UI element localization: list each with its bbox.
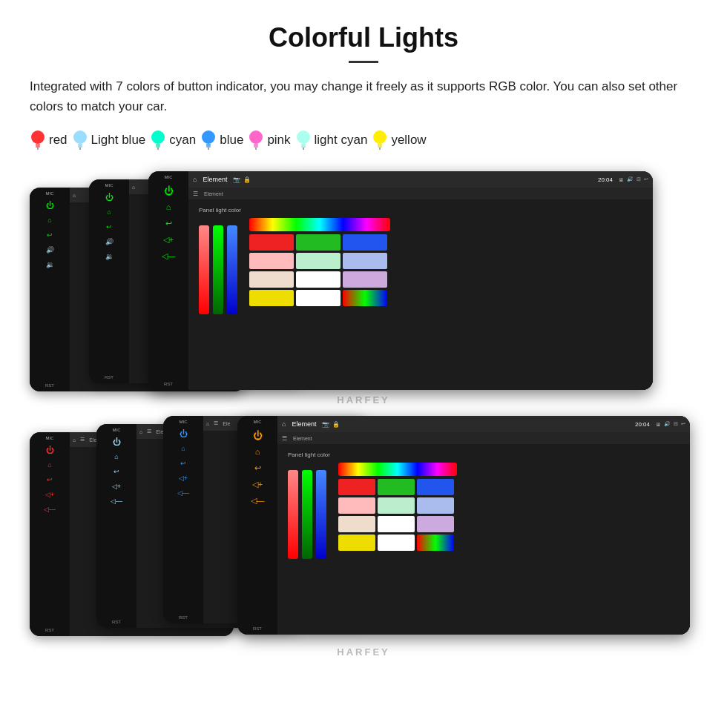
bar-red — [199, 225, 209, 314]
color-item-blue: blue — [200, 130, 243, 150]
back-icon-r4: ↩ — [249, 460, 266, 476]
volup-icon-2: 🔊 — [102, 234, 116, 249]
home-icon-r4: ⌂ — [249, 443, 266, 460]
spectrum-bar-r4 — [338, 463, 457, 476]
mic-label-r3: MIC — [180, 420, 188, 424]
power-icon-r3: ⏻ — [176, 426, 191, 441]
bar-blue-r4 — [316, 470, 326, 559]
bar-red-r4 — [288, 470, 298, 559]
color-item-pink: pink — [248, 130, 290, 150]
cgrid-bluelight-r4 — [417, 497, 454, 514]
cgrid-blue — [343, 234, 387, 251]
panel-light-label: Panel light color — [199, 207, 642, 214]
color-label-cyan: cyan — [169, 133, 196, 148]
svg-rect-21 — [301, 144, 306, 146]
topbar-arrow-r4: ↩ — [681, 421, 685, 427]
mic-label-r1: MIC — [46, 436, 54, 440]
nav-menu-icon-r4: ☰ — [282, 435, 287, 442]
svg-rect-10 — [156, 146, 160, 148]
color-item-cyan: cyan — [150, 130, 196, 150]
cgrid-white2 — [296, 290, 341, 306]
volup-icon-1: 🔊 — [42, 242, 57, 257]
color-label-lightcyan: light cyan — [315, 133, 368, 148]
back-icon-3: ↩ — [160, 215, 177, 231]
bar-green-r4 — [302, 470, 312, 559]
devices-row-2: MIC ⏻ ⌂ ↩ ◁+ ◁— RST ⌂ ☰ Ele — [30, 416, 697, 661]
svg-rect-13 — [206, 144, 211, 146]
page-container: Colorful Lights Integrated with 7 colors… — [0, 0, 727, 683]
topbar-lock-r4: 🔒 — [332, 421, 340, 428]
volup-icon-r2: ◁+ — [109, 479, 124, 494]
topbar-window-r4: ⊟ — [674, 421, 678, 427]
volup-icon-r3: ◁+ — [176, 471, 191, 486]
color-label-blue: blue — [220, 133, 243, 148]
color-label-yellow: yellow — [391, 133, 426, 148]
power-icon-r4: ⏻ — [249, 427, 266, 443]
color-label-red: red — [49, 133, 68, 148]
topbar-camera-r4: 📷 — [322, 421, 329, 428]
color-indicators: red Light blue cyan — [30, 130, 697, 150]
cgrid-yellow — [249, 290, 294, 306]
bulb-icon-lightblue — [72, 130, 88, 150]
watermark-2: HARFEY — [337, 646, 389, 658]
color-item-lightblue: Light blue — [72, 130, 146, 150]
back-icon-1: ↩ — [42, 228, 57, 242]
topbar-time: 20:04 — [598, 176, 613, 183]
volup-icon-3: ◁+ — [160, 231, 177, 248]
svg-rect-14 — [206, 146, 211, 148]
mic-label-r4: MIC — [254, 420, 262, 424]
rst-label-2: RST — [105, 375, 114, 380]
topbar-monitor-icon: 🖥 — [619, 177, 624, 182]
svg-point-24 — [373, 130, 386, 144]
watermark-1: HARFEY — [337, 394, 389, 406]
spectrum-bar — [249, 218, 390, 231]
topbar-home-icon-r4: ⌂ — [282, 420, 286, 428]
svg-rect-5 — [78, 144, 82, 146]
voldn-icon-r2: ◁— — [109, 494, 124, 509]
bulb-icon-cyan — [150, 130, 166, 150]
svg-rect-22 — [301, 146, 306, 148]
topbar-sound-r4: 🔊 — [664, 421, 671, 427]
topbar-arrow-icon: ↩ — [644, 176, 648, 182]
title-divider — [349, 61, 378, 63]
bulb-icon-lightcyan — [295, 130, 312, 150]
cgrid-rainbow — [343, 290, 387, 306]
cgrid-rainbow-r4 — [417, 535, 454, 551]
color-label-lightblue: Light blue — [91, 133, 146, 148]
volup-icon-r1: ◁+ — [42, 487, 57, 502]
svg-rect-9 — [156, 144, 160, 146]
bar-blue — [227, 225, 237, 314]
voldn-icon-r4: ◁— — [249, 492, 266, 509]
home-icon-3: ⌂ — [160, 199, 177, 215]
cgrid-peach — [249, 271, 294, 288]
svg-rect-6 — [78, 146, 82, 148]
topbar-home-icon: ⌂ — [193, 176, 197, 183]
cgrid-white-r4 — [378, 516, 415, 532]
panel-light-label-r4: Panel light color — [288, 451, 680, 458]
page-description: Integrated with 7 colors of button indic… — [30, 76, 697, 116]
cgrid-peach-r4 — [338, 516, 375, 532]
rst-label-3: RST — [164, 382, 173, 386]
svg-point-0 — [31, 130, 45, 144]
back-icon-2: ↩ — [102, 219, 116, 234]
rst-label-r3: RST — [179, 615, 188, 620]
bar-green — [213, 225, 223, 314]
topbar-title: Element — [203, 176, 227, 183]
svg-rect-17 — [254, 144, 258, 146]
cgrid-white2-r4 — [378, 535, 415, 551]
voldn-icon-3: ◁— — [160, 248, 177, 264]
voldn-icon-1: 🔉 — [42, 257, 57, 272]
rst-label-1: RST — [45, 383, 54, 388]
topbar-lock-icon: 🔒 — [243, 176, 251, 183]
mic-label-2: MIC — [105, 183, 114, 188]
cgrid-bluelight — [343, 253, 387, 269]
power-icon-r1: ⏻ — [42, 443, 57, 457]
mic-label-r2: MIC — [113, 428, 121, 432]
color-label-pink: pink — [267, 133, 290, 148]
back-icon-r3: ↩ — [176, 456, 191, 471]
rst-label-r2: RST — [112, 620, 121, 624]
power-icon-2: ⏻ — [102, 190, 116, 205]
device-card-r4: MIC ⏻ ⌂ ↩ ◁+ ◁— RST ⌂ Element — [237, 416, 690, 635]
bulb-icon-yellow — [372, 130, 388, 150]
bulb-icon-red — [30, 130, 46, 150]
